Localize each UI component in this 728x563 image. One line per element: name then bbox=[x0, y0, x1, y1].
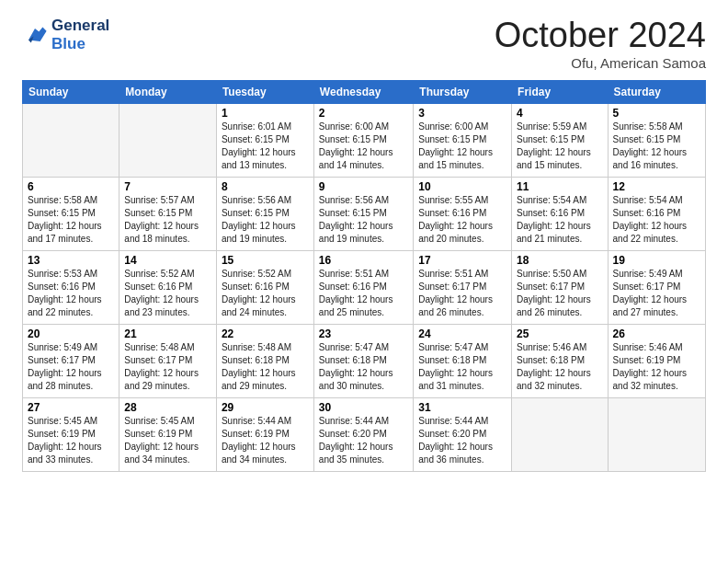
logo-icon bbox=[22, 22, 48, 48]
day-number: 31 bbox=[418, 401, 506, 414]
day-number: 4 bbox=[517, 107, 602, 120]
day-info: Sunrise: 5:45 AMSunset: 6:19 PMDaylight:… bbox=[124, 415, 211, 466]
day-number: 25 bbox=[517, 327, 602, 340]
day-number: 6 bbox=[28, 180, 114, 193]
logo: General Blue bbox=[22, 17, 109, 52]
day-info: Sunrise: 5:44 AMSunset: 6:19 PMDaylight:… bbox=[222, 415, 309, 466]
day-info: Sunrise: 5:55 AMSunset: 6:16 PMDaylight:… bbox=[418, 194, 506, 246]
calendar-week-row: 6Sunrise: 5:58 AMSunset: 6:15 PMDaylight… bbox=[23, 177, 706, 250]
day-info: Sunrise: 5:58 AMSunset: 6:15 PMDaylight:… bbox=[613, 121, 700, 172]
calendar-day-cell: 31Sunrise: 5:44 AMSunset: 6:20 PMDayligh… bbox=[414, 397, 512, 471]
day-info: Sunrise: 5:50 AMSunset: 6:17 PMDaylight:… bbox=[517, 268, 602, 319]
calendar-day-cell: 19Sunrise: 5:49 AMSunset: 6:17 PMDayligh… bbox=[608, 250, 705, 324]
day-number: 19 bbox=[613, 254, 700, 267]
day-number: 16 bbox=[319, 254, 408, 267]
page: General Blue October 2024 Ofu, American … bbox=[0, 0, 728, 563]
day-number: 5 bbox=[613, 107, 700, 120]
day-info: Sunrise: 5:46 AMSunset: 6:18 PMDaylight:… bbox=[517, 341, 602, 393]
day-number: 15 bbox=[222, 254, 309, 267]
calendar-week-row: 13Sunrise: 5:53 AMSunset: 6:16 PMDayligh… bbox=[23, 250, 706, 324]
calendar-day-cell: 24Sunrise: 5:47 AMSunset: 6:18 PMDayligh… bbox=[414, 324, 512, 397]
calendar-day-cell: 21Sunrise: 5:48 AMSunset: 6:17 PMDayligh… bbox=[119, 324, 217, 397]
month-title: October 2024 bbox=[495, 17, 706, 55]
day-info: Sunrise: 5:54 AMSunset: 6:16 PMDaylight:… bbox=[613, 194, 700, 246]
day-number: 1 bbox=[222, 107, 309, 120]
day-info: Sunrise: 5:46 AMSunset: 6:19 PMDaylight:… bbox=[613, 341, 700, 393]
calendar-day-cell: 15Sunrise: 5:52 AMSunset: 6:16 PMDayligh… bbox=[216, 250, 313, 324]
day-info: Sunrise: 5:58 AMSunset: 6:15 PMDaylight:… bbox=[28, 194, 114, 246]
day-number: 21 bbox=[124, 327, 211, 340]
calendar-day-cell: 6Sunrise: 5:58 AMSunset: 6:15 PMDaylight… bbox=[23, 177, 119, 250]
calendar-week-row: 1Sunrise: 6:01 AMSunset: 6:15 PMDaylight… bbox=[23, 103, 706, 177]
calendar-day-cell: 20Sunrise: 5:49 AMSunset: 6:17 PMDayligh… bbox=[23, 324, 119, 397]
day-number: 27 bbox=[28, 401, 114, 414]
day-number: 12 bbox=[613, 180, 700, 193]
calendar-week-row: 27Sunrise: 5:45 AMSunset: 6:19 PMDayligh… bbox=[23, 397, 706, 471]
day-number: 14 bbox=[124, 254, 211, 267]
col-monday: Monday bbox=[119, 80, 217, 103]
day-info: Sunrise: 5:51 AMSunset: 6:17 PMDaylight:… bbox=[418, 268, 506, 319]
day-info: Sunrise: 5:48 AMSunset: 6:17 PMDaylight:… bbox=[124, 341, 211, 393]
day-info: Sunrise: 6:01 AMSunset: 6:15 PMDaylight:… bbox=[222, 121, 309, 172]
day-info: Sunrise: 5:47 AMSunset: 6:18 PMDaylight:… bbox=[418, 341, 506, 393]
calendar-day-cell: 28Sunrise: 5:45 AMSunset: 6:19 PMDayligh… bbox=[119, 397, 217, 471]
day-info: Sunrise: 5:52 AMSunset: 6:16 PMDaylight:… bbox=[124, 268, 211, 319]
calendar-day-cell bbox=[512, 397, 608, 471]
day-number: 30 bbox=[319, 401, 408, 414]
day-number: 2 bbox=[319, 107, 408, 120]
day-number: 8 bbox=[222, 180, 309, 193]
calendar-day-cell: 10Sunrise: 5:55 AMSunset: 6:16 PMDayligh… bbox=[414, 177, 512, 250]
calendar-day-cell: 23Sunrise: 5:47 AMSunset: 6:18 PMDayligh… bbox=[313, 324, 413, 397]
day-number: 10 bbox=[418, 180, 506, 193]
calendar-day-cell: 4Sunrise: 5:59 AMSunset: 6:15 PMDaylight… bbox=[512, 103, 608, 177]
calendar-day-cell bbox=[23, 103, 119, 177]
title-block: October 2024 Ofu, American Samoa bbox=[495, 17, 706, 71]
day-number: 24 bbox=[418, 327, 506, 340]
day-info: Sunrise: 5:45 AMSunset: 6:19 PMDaylight:… bbox=[28, 415, 114, 466]
day-number: 22 bbox=[222, 327, 309, 340]
day-info: Sunrise: 5:51 AMSunset: 6:16 PMDaylight:… bbox=[319, 268, 408, 319]
day-info: Sunrise: 5:57 AMSunset: 6:15 PMDaylight:… bbox=[124, 194, 211, 246]
calendar-day-cell: 2Sunrise: 6:00 AMSunset: 6:15 PMDaylight… bbox=[313, 103, 413, 177]
calendar-day-cell: 29Sunrise: 5:44 AMSunset: 6:19 PMDayligh… bbox=[216, 397, 313, 471]
calendar-day-cell: 17Sunrise: 5:51 AMSunset: 6:17 PMDayligh… bbox=[414, 250, 512, 324]
calendar-day-cell: 1Sunrise: 6:01 AMSunset: 6:15 PMDaylight… bbox=[216, 103, 313, 177]
calendar-day-cell: 13Sunrise: 5:53 AMSunset: 6:16 PMDayligh… bbox=[23, 250, 119, 324]
day-info: Sunrise: 5:59 AMSunset: 6:15 PMDaylight:… bbox=[517, 121, 602, 172]
day-number: 7 bbox=[124, 180, 211, 193]
day-number: 28 bbox=[124, 401, 211, 414]
day-info: Sunrise: 5:48 AMSunset: 6:18 PMDaylight:… bbox=[222, 341, 309, 393]
calendar-table: Sunday Monday Tuesday Wednesday Thursday… bbox=[22, 80, 706, 472]
day-info: Sunrise: 5:54 AMSunset: 6:16 PMDaylight:… bbox=[517, 194, 602, 246]
calendar-day-cell: 8Sunrise: 5:56 AMSunset: 6:15 PMDaylight… bbox=[216, 177, 313, 250]
header: General Blue October 2024 Ofu, American … bbox=[22, 17, 706, 71]
calendar-day-cell: 7Sunrise: 5:57 AMSunset: 6:15 PMDaylight… bbox=[119, 177, 217, 250]
calendar-day-cell: 12Sunrise: 5:54 AMSunset: 6:16 PMDayligh… bbox=[608, 177, 705, 250]
logo-text: General Blue bbox=[51, 17, 109, 52]
col-sunday: Sunday bbox=[23, 80, 119, 103]
calendar-day-cell: 16Sunrise: 5:51 AMSunset: 6:16 PMDayligh… bbox=[313, 250, 413, 324]
calendar-day-cell bbox=[119, 103, 217, 177]
calendar-day-cell: 26Sunrise: 5:46 AMSunset: 6:19 PMDayligh… bbox=[608, 324, 705, 397]
day-info: Sunrise: 5:47 AMSunset: 6:18 PMDaylight:… bbox=[319, 341, 408, 393]
day-info: Sunrise: 5:52 AMSunset: 6:16 PMDaylight:… bbox=[222, 268, 309, 319]
day-info: Sunrise: 5:44 AMSunset: 6:20 PMDaylight:… bbox=[319, 415, 408, 466]
day-number: 9 bbox=[319, 180, 408, 193]
day-number: 18 bbox=[517, 254, 602, 267]
day-info: Sunrise: 5:53 AMSunset: 6:16 PMDaylight:… bbox=[28, 268, 114, 319]
day-number: 29 bbox=[222, 401, 309, 414]
day-number: 23 bbox=[319, 327, 408, 340]
calendar-header-row: Sunday Monday Tuesday Wednesday Thursday… bbox=[23, 80, 706, 103]
col-friday: Friday bbox=[512, 80, 608, 103]
calendar-day-cell: 30Sunrise: 5:44 AMSunset: 6:20 PMDayligh… bbox=[313, 397, 413, 471]
calendar-day-cell: 9Sunrise: 5:56 AMSunset: 6:15 PMDaylight… bbox=[313, 177, 413, 250]
day-info: Sunrise: 5:56 AMSunset: 6:15 PMDaylight:… bbox=[319, 194, 408, 246]
calendar-day-cell: 14Sunrise: 5:52 AMSunset: 6:16 PMDayligh… bbox=[119, 250, 217, 324]
day-number: 26 bbox=[613, 327, 700, 340]
calendar-week-row: 20Sunrise: 5:49 AMSunset: 6:17 PMDayligh… bbox=[23, 324, 706, 397]
col-wednesday: Wednesday bbox=[313, 80, 413, 103]
calendar-day-cell: 5Sunrise: 5:58 AMSunset: 6:15 PMDaylight… bbox=[608, 103, 705, 177]
day-info: Sunrise: 5:49 AMSunset: 6:17 PMDaylight:… bbox=[28, 341, 114, 393]
col-thursday: Thursday bbox=[414, 80, 512, 103]
day-info: Sunrise: 6:00 AMSunset: 6:15 PMDaylight:… bbox=[418, 121, 506, 172]
